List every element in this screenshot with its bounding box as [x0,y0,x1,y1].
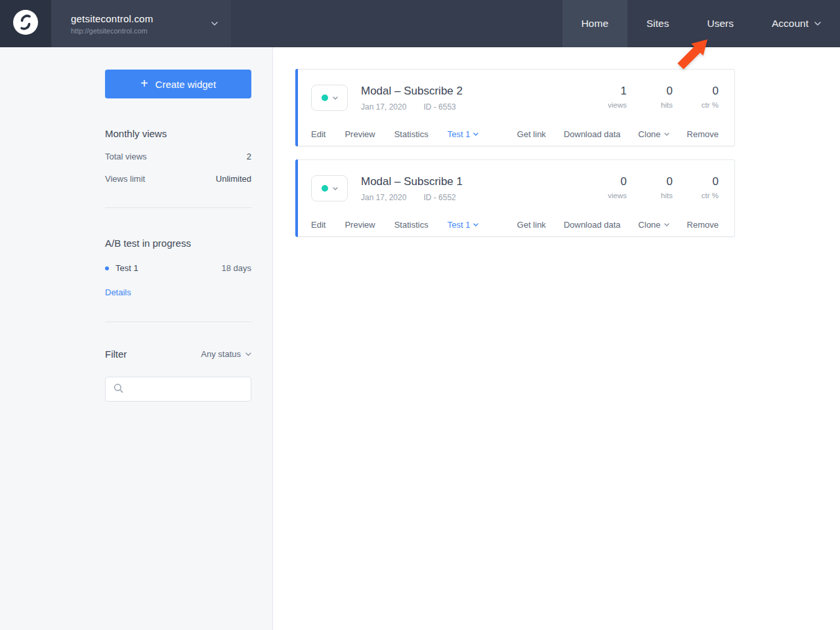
stat-hits: 0 hits [627,175,673,200]
divider [105,322,251,322]
widget-stats: 1 views 0 hits 0 ctr % [581,85,719,109]
status-active-dot-icon [322,185,328,192]
orange-pointer-arrow-icon [675,36,714,72]
app-logo[interactable] [0,0,51,47]
chevron-down-icon [664,133,669,136]
chevron-down-icon [473,223,478,226]
download-data-link[interactable]: Download data [564,129,621,139]
widget-stats: 0 views 0 hits 0 ctr % [581,175,719,200]
search-icon [114,383,123,396]
monthly-views-heading: Monthly views [105,128,251,139]
site-name: getsitecontrol.com [71,13,153,24]
widget-date: Jan 17, 2020 [361,193,406,202]
download-data-link[interactable]: Download data [564,220,621,230]
status-filter-dropdown[interactable]: Any status [201,349,251,359]
ab-test-heading: A/B test in progress [105,238,251,249]
site-url: http://getsitecontrol.com [71,27,153,35]
stat-hits: 0 hits [627,85,673,109]
views-limit-value: Unlimited [216,174,251,184]
widget-id: ID - 6553 [423,102,455,112]
views-limit-row: Views limit Unlimited [105,174,251,184]
widget-status-selector[interactable] [311,85,348,111]
remove-link[interactable]: Remove [687,220,719,230]
widget-search [105,377,251,402]
status-active-dot-icon [322,94,328,101]
remove-link[interactable]: Remove [687,129,719,139]
stat-ctr: 0 ctr % [673,85,719,109]
chevron-down-icon [333,96,338,100]
chevron-down-icon [473,133,478,136]
total-views-label: Total views [105,152,147,161]
get-link-link[interactable]: Get link [517,129,546,139]
get-link-link[interactable]: Get link [517,220,546,230]
test-name: Test 1 [116,263,138,273]
chevron-down-icon [814,22,821,26]
chevron-down-icon [333,187,338,190]
test-dropdown[interactable]: Test 1 [448,220,479,230]
nav-account[interactable]: Account [753,0,840,47]
views-limit-label: Views limit [105,174,145,184]
filter-row: Filter Any status [105,348,251,360]
stat-views: 1 views [581,85,627,109]
total-views-row: Total views 2 [105,152,251,161]
test-dropdown[interactable]: Test 1 [448,129,479,139]
ab-test-row: Test 1 18 days [105,263,251,273]
search-input[interactable] [129,385,244,394]
widget-card: Modal – Subscribe 1 Jan 17, 2020 ID - 65… [295,159,735,237]
edit-link[interactable]: Edit [311,220,326,230]
widget-date: Jan 17, 2020 [361,102,406,112]
getsitecontrol-logo-icon [13,10,38,37]
stat-views: 0 views [581,175,627,200]
details-link[interactable]: Details [105,287,131,297]
total-views-value: 2 [247,152,251,161]
chevron-down-icon [664,223,669,226]
divider [105,207,251,208]
test-bullet-icon [105,266,109,270]
sidebar: + Create widget Monthly views Total view… [0,47,273,630]
preview-link[interactable]: Preview [345,129,375,139]
widget-list: Modal – Subscribe 2 Jan 17, 2020 ID - 65… [273,47,840,630]
widget-title: Modal – Subscribe 2 [361,85,463,98]
nav-home[interactable]: Home [562,0,627,47]
plus-icon: + [140,77,148,90]
clone-dropdown[interactable]: Clone [639,220,669,230]
chevron-down-icon [211,22,218,26]
edit-link[interactable]: Edit [311,129,326,139]
clone-dropdown[interactable]: Clone [639,129,669,139]
card-accent-bar [295,69,298,146]
card-accent-bar [295,159,298,237]
top-navbar: getsitecontrol.com http://getsitecontrol… [0,0,840,47]
statistics-link[interactable]: Statistics [394,220,429,230]
create-widget-label: Create widget [156,79,217,90]
stat-ctr: 0 ctr % [673,175,719,200]
site-selector[interactable]: getsitecontrol.com http://getsitecontrol… [51,0,231,47]
status-filter-value: Any status [201,349,241,359]
widget-card: Modal – Subscribe 2 Jan 17, 2020 ID - 65… [295,69,735,146]
chevron-down-icon [245,352,251,356]
preview-link[interactable]: Preview [345,220,375,230]
nav-account-label: Account [772,18,808,30]
filter-heading: Filter [105,348,127,360]
create-widget-button[interactable]: + Create widget [105,70,251,98]
widget-title: Modal – Subscribe 1 [361,175,463,188]
statistics-link[interactable]: Statistics [394,129,429,139]
widget-status-selector[interactable] [311,175,348,201]
test-duration: 18 days [221,263,251,273]
widget-id: ID - 6552 [423,193,455,202]
